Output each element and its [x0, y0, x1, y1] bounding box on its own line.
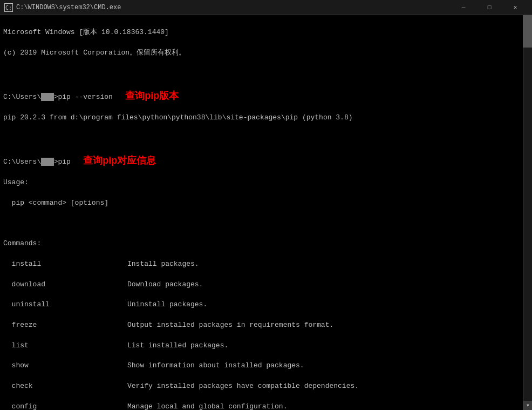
- annotation-version: 查询pip版本: [125, 90, 179, 101]
- title-bar: C:\ C:\WINDOWS\system32\CMD.exe — □ ✕: [0, 0, 532, 15]
- line-freeze: freezeOutput installed packages in requi…: [3, 320, 520, 331]
- line-show: showShow information about installed pac…: [3, 361, 520, 371]
- title-bar-left: C:\ C:\WINDOWS\system32\CMD.exe: [4, 3, 121, 12]
- line-7: C:\Users\■■■>pip 查询pip对应信息: [3, 153, 520, 167]
- scrollbar[interactable]: ▲ ▼: [523, 15, 532, 410]
- line-uninstall: uninstallUninstall packages.: [3, 300, 520, 310]
- terminal-content: Microsoft Windows [版本 10.0.18363.1440] (…: [0, 15, 523, 410]
- line-4: C:\Users\■■■>pip --version 查询pip版本: [3, 89, 520, 103]
- prompt-1: C:\Users\: [3, 93, 41, 101]
- line-install: installInstall packages.: [3, 259, 520, 270]
- close-button[interactable]: ✕: [503, 0, 528, 15]
- cmd-icon: C:\: [4, 3, 13, 12]
- line-check: checkVerify installed packages have comp…: [3, 381, 520, 392]
- prompt-3: C:\Users\: [3, 158, 41, 166]
- scrollbar-thumb[interactable]: [523, 15, 532, 48]
- maximize-button[interactable]: □: [477, 0, 502, 15]
- line-list: listList installed packages.: [3, 341, 520, 351]
- line-config: configManage local and global configurat…: [3, 402, 520, 410]
- username-2: ■■■: [41, 158, 53, 166]
- line-1: Microsoft Windows [版本 10.0.18363.1440]: [3, 28, 520, 38]
- svg-text:C:\: C:\: [5, 5, 12, 11]
- line-9: pip <command> [options]: [3, 198, 520, 209]
- line-11: Commands:: [3, 239, 520, 249]
- username-1: ■■■: [41, 93, 53, 101]
- line-3: [3, 68, 520, 78]
- line-8: Usage:: [3, 178, 520, 188]
- scrollbar-arrow-down[interactable]: ▼: [523, 401, 532, 410]
- prompt-4: >pip: [54, 158, 84, 166]
- minimize-button[interactable]: —: [451, 0, 476, 15]
- line-10: [3, 219, 520, 229]
- line-5: pip 20.2.3 from d:\program files\python\…: [3, 113, 520, 123]
- line-download: downloadDownload packages.: [3, 280, 520, 290]
- prompt-2: >pip --version: [54, 93, 126, 101]
- line-2: (c) 2019 Microsoft Corporation。保留所有权利。: [3, 48, 520, 58]
- window-controls: — □ ✕: [451, 0, 528, 15]
- annotation-info: 查询pip对应信息: [83, 155, 156, 166]
- window-title: C:\WINDOWS\system32\CMD.exe: [16, 4, 121, 11]
- line-6: [3, 133, 520, 144]
